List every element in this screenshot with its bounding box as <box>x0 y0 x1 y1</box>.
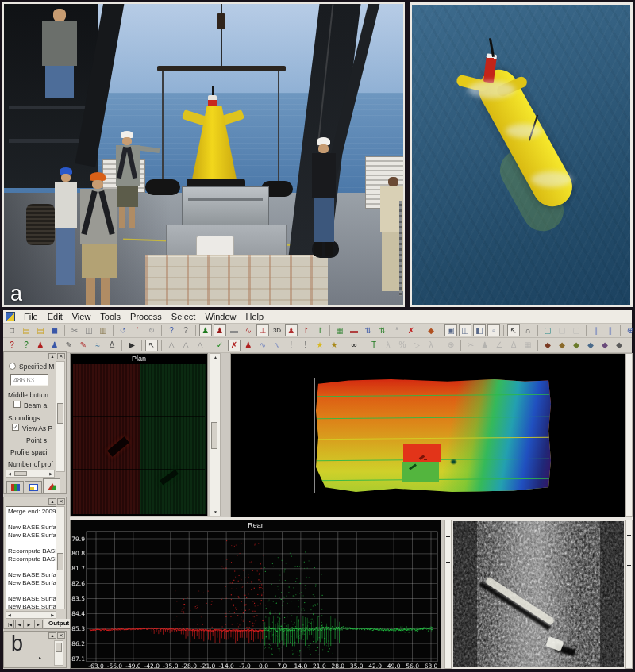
open-file-icon[interactable]: ▤ <box>20 324 33 336</box>
lambda-filter-icon[interactable]: λ <box>382 340 394 351</box>
accept-swath-icon[interactable]: ♟ <box>48 340 61 351</box>
select-cursor-icon[interactable]: ↖ <box>507 324 520 336</box>
zoom-in-icon[interactable]: ⊕ <box>624 324 635 336</box>
swath-editor-icon[interactable]: ♟ <box>199 324 212 336</box>
query-selected-icon[interactable]: ? <box>6 340 18 351</box>
plan-vertical-scrollbar[interactable]: ▲ ▼ <box>210 353 221 516</box>
edit-green-icon[interactable]: ↾ <box>314 324 326 336</box>
designate-icon[interactable]: ♟ <box>242 340 255 351</box>
zoom-disabled-icon[interactable]: ⊕ <box>444 340 457 351</box>
surface-tool-icon[interactable]: ▬ <box>228 324 241 336</box>
tin-gray-icon[interactable]: Δ <box>507 340 520 351</box>
warn-major-icon[interactable]: ! <box>299 340 312 351</box>
output-message-list[interactable]: Merge end: 2009-2 New BASE SurfaceNew BA… <box>6 506 56 609</box>
about-help-icon[interactable]: ? <box>165 324 178 336</box>
copy-icon[interactable]: ◫ <box>83 324 95 336</box>
save-icon[interactable]: ◼ <box>48 324 61 336</box>
filter-tri-2-icon[interactable]: △ <box>179 340 192 351</box>
query-all-icon[interactable]: ? <box>20 340 33 351</box>
menu-select[interactable]: Select <box>167 311 201 322</box>
output-vertical-scrollbar[interactable] <box>56 506 65 609</box>
surface-gray-icon[interactable]: ◆ <box>613 340 625 351</box>
scroll-down-arrow[interactable]: ▼ <box>214 510 217 514</box>
menu-help[interactable]: Help <box>241 311 269 322</box>
edit-red-icon[interactable]: ↾ <box>299 324 312 336</box>
lasso-select-icon[interactable]: ∩ <box>521 324 534 336</box>
view-3d-icon[interactable]: 3D <box>271 324 283 336</box>
scroll-thumb[interactable] <box>57 553 64 570</box>
lambda-2-icon[interactable]: λ <box>425 340 437 351</box>
panel-close-button[interactable]: ✕ <box>57 498 65 505</box>
window-tile-icon[interactable]: ▣ <box>444 324 457 336</box>
new-file-icon[interactable]: □ <box>6 324 18 336</box>
panel-pin-button[interactable]: ▴ <box>48 632 56 639</box>
menu-window[interactable]: Window <box>200 311 241 322</box>
warn-minor-icon[interactable]: ! <box>285 340 298 351</box>
flag-tool-icon[interactable]: ▷ <box>410 340 423 351</box>
percent-filter-icon[interactable]: % <box>396 340 409 351</box>
free-select-icon[interactable]: ▢ <box>570 324 583 336</box>
pointer-mode-icon[interactable]: ▶ <box>125 340 138 351</box>
star-secondary-icon[interactable]: ★ <box>328 340 341 351</box>
reject-swath-icon[interactable]: ♟ <box>34 340 47 351</box>
menu-view[interactable]: View <box>67 311 96 322</box>
scroll-thumb[interactable] <box>211 422 217 449</box>
output-horizontal-scrollbar[interactable]: ◀ ▶ <box>6 611 56 619</box>
line-red-icon[interactable]: ▬ <box>348 324 360 336</box>
profile-tool-icon[interactable]: ⊥ <box>256 324 269 336</box>
subset-selection-green[interactable] <box>402 462 439 482</box>
menu-file[interactable]: File <box>19 311 43 322</box>
window-cascade-icon[interactable]: ▫ <box>487 324 500 336</box>
angle-gray-icon[interactable]: ∠ <box>493 340 506 351</box>
accept-icon[interactable]: ✓ <box>214 340 226 351</box>
scroll-thumb[interactable] <box>14 471 27 476</box>
prev-tab-button[interactable]: ◀ <box>15 620 24 628</box>
surface-red-icon[interactable]: ◆ <box>541 340 554 351</box>
rear-profile-view[interactable]: Rear 479.9480.8481.7482.6483.5484.4485.3… <box>70 520 441 669</box>
scroll-up-arrow[interactable]: ▲ <box>214 355 217 359</box>
undo-mark-icon[interactable]: ' <box>131 324 144 336</box>
surface-amber-icon[interactable]: ◆ <box>556 340 568 351</box>
tab-profile[interactable] <box>43 478 60 493</box>
scroll-thumb[interactable] <box>57 403 64 424</box>
sort-ascending-icon[interactable]: ⇅ <box>362 324 375 336</box>
spline-a-icon[interactable]: ∿ <box>256 340 269 351</box>
last-tab-button[interactable]: ▶| <box>34 620 43 628</box>
subset-editor-icon[interactable]: ♟ <box>214 324 226 336</box>
clear-marks-icon[interactable]: * <box>391 324 403 336</box>
spline-b-icon[interactable]: ∿ <box>271 340 283 351</box>
next-tab-button[interactable]: ▶ <box>25 620 33 628</box>
undo-icon[interactable]: ↺ <box>117 324 129 336</box>
surface-olive-icon[interactable]: ◆ <box>570 340 583 351</box>
wiggle-view-icon[interactable]: ∿ <box>242 324 255 336</box>
edit-nav-icon[interactable]: ✎ <box>63 340 75 351</box>
bathymetry-surface-view[interactable] <box>230 353 625 517</box>
expand-arrow[interactable]: ▸ <box>39 655 41 660</box>
plan-view[interactable]: Plan <box>70 353 208 516</box>
tab-layers[interactable] <box>6 481 24 493</box>
menu-process[interactable]: Process <box>125 311 167 322</box>
find-icon[interactable]: ∞ <box>348 340 360 351</box>
panel-pin-button[interactable]: ▴ <box>48 353 56 359</box>
star-primary-icon[interactable]: ★ <box>314 340 326 351</box>
surface-blue-icon[interactable]: ◆ <box>584 340 597 351</box>
window-split-h-icon[interactable]: ◫ <box>459 324 471 336</box>
critical-soundings-icon[interactable]: T <box>368 340 380 351</box>
box-select-icon[interactable]: ▢ <box>541 324 554 336</box>
grid-colored-icon[interactable]: ▦ <box>333 324 346 336</box>
measure-1-icon[interactable]: ∥ <box>590 324 602 336</box>
sidescan-sonar-view[interactable] <box>452 520 625 669</box>
tab-window[interactable] <box>25 481 42 493</box>
panel-close-button[interactable]: ✕ <box>57 632 65 639</box>
sort-descending-icon[interactable]: ⇅ <box>376 324 389 336</box>
measure-2-icon[interactable]: ∥ <box>604 324 617 336</box>
panel-pin-button[interactable]: ▴ <box>48 498 56 505</box>
scroll-right-arrow[interactable]: ▶ <box>49 472 52 476</box>
cursor-pick-icon[interactable]: ↖ <box>145 340 158 351</box>
view-as-checkbox[interactable]: ✓ <box>12 424 19 431</box>
scroll-right-arrow[interactable]: ▶ <box>51 613 54 617</box>
beam-checkbox[interactable] <box>13 401 21 408</box>
scroll-left-arrow[interactable]: ◀ <box>8 613 11 617</box>
first-tab-button[interactable]: |◀ <box>6 620 14 628</box>
collapsed-vertical-scrollbar[interactable] <box>54 640 64 666</box>
